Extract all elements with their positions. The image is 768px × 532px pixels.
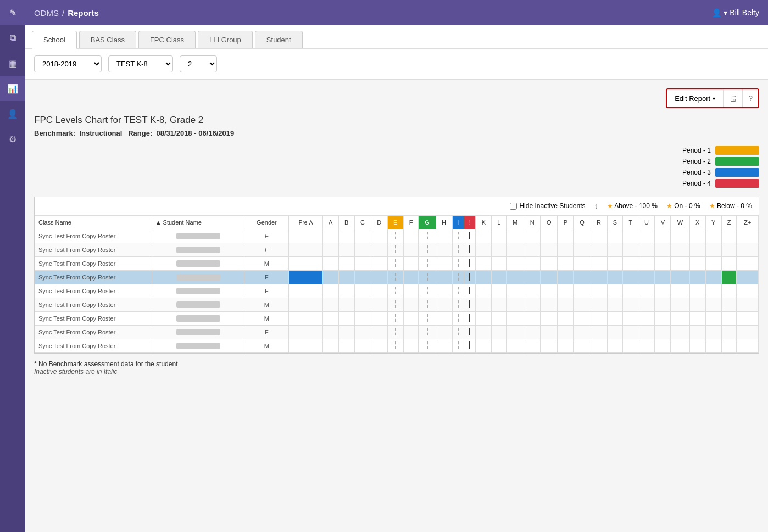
col-header-n: N [524,216,541,229]
v-cell [655,229,671,243]
sidebar-icon-gear[interactable]: ⚙ [0,126,25,152]
footer-note: * No Benchmark assessment data for the s… [34,360,759,376]
k-cell [476,229,492,243]
student-name-blurred [176,288,220,294]
gender-cell: F [244,243,289,257]
o-cell [541,229,558,243]
gender-cell: M [244,298,289,312]
student-name-cell [152,339,244,353]
n-cell [524,229,541,243]
col-header-i: I [452,216,464,229]
topbar: ODMS / Reports 👤 ▾ Bill Belty [25,0,768,25]
col-header-q: Q [574,216,591,229]
col-header-s: S [607,216,623,229]
tab-school[interactable]: School [32,31,77,49]
school-filter[interactable]: TEST K-8 [108,55,173,72]
hide-inactive-label[interactable]: Hide Inactive Students [510,202,585,210]
class-name-cell: Sync Test From Copy Roster [35,257,152,271]
col-header-l: L [492,216,507,229]
class-name-cell: Sync Test From Copy Roster [35,326,152,339]
tab-bas-class[interactable]: BAS Class [79,31,136,48]
year-filter[interactable]: 2018-2019 2019-2020 2020-2021 [34,55,102,72]
t-cell [623,229,638,243]
col-header-gender: Gender [244,216,289,229]
c-cell [354,229,371,243]
hide-inactive-checkbox[interactable] [510,203,517,210]
z-cell-highlighted [721,271,737,284]
benchmark-label: Benchmark: [34,129,75,137]
class-name-cell: Sync Test From Copy Roster [35,312,152,326]
gender-cell: M [244,312,289,326]
breadcrumb-odms: ODMS [34,8,59,18]
e-cell [387,229,403,243]
sidebar-icon-calendar[interactable]: ▦ [0,51,25,76]
col-header-x: X [689,216,705,229]
pre-a-cell [289,229,322,243]
tab-student[interactable]: Student [255,31,303,48]
q-cell [574,229,591,243]
report-area: Edit Report ▾ 🖨 ? FPC Levels Chart for T… [25,80,768,384]
table-row: Sync Test From Copy Roster F [35,243,759,257]
sort-icon[interactable]: ↕ [594,201,598,210]
grade-filter[interactable]: 2 [180,55,217,72]
breadcrumb-separator: / [62,8,64,18]
student-name-cell [152,271,244,284]
y-cell [705,229,721,243]
student-name-blurred [176,329,220,335]
sidebar-icon-chart[interactable]: 📊 [0,76,25,101]
col-header-zplus: Z+ [737,216,759,229]
table-row: Sync Test From Copy Roster F [35,229,759,243]
report-toolbar: Edit Report ▾ 🖨 ? [34,88,759,108]
table-row: Sync Test From Copy Roster M [35,339,759,353]
sidebar-icon-copy[interactable]: ⧉ [0,25,25,51]
print-button[interactable]: 🖨 [724,89,743,107]
class-name-cell: Sync Test From Copy Roster [35,243,152,257]
r-cell [591,229,607,243]
legend-period-2: Period - 2 [682,157,759,166]
help-button[interactable]: ? [743,89,758,107]
zplus-cell [737,229,759,243]
f-cell [403,229,419,243]
col-header-d: D [371,216,387,229]
legend-period-3-label: Period - 3 [682,169,711,176]
table-row: Sync Test From Copy Roster M [35,298,759,312]
student-name-cell [152,298,244,312]
username: Bill Belty [730,8,759,17]
x-cell [689,229,705,243]
edit-report-button[interactable]: Edit Report ▾ [667,90,724,107]
sidebar-icon-person[interactable]: 👤 [0,101,25,126]
student-name-cell [152,312,244,326]
user-icon: 👤 ▾ [712,8,727,17]
legend-period-4: Period - 4 [682,179,759,188]
table-row: Sync Test From Copy Roster M [35,312,759,326]
i-cell [452,229,464,243]
gender-cell: F [244,271,289,284]
hide-inactive-text: Hide Inactive Students [519,202,585,210]
student-name-cell [152,257,244,271]
inactive-note: Inactive students are in Italic [34,368,759,376]
sort-arrow-icon: ▲ [155,219,162,226]
pre-a-cell-highlighted [289,271,322,284]
legend-period-2-label: Period - 2 [682,158,711,165]
tab-fpc-class[interactable]: FPC Class [138,31,196,48]
legend-period-3-color [715,168,759,177]
legend-period-2-color [715,157,759,166]
gender-cell: F [244,284,289,298]
gender-cell: M [244,339,289,353]
table-container: Hide Inactive Students ↕ ★ Above - 100 %… [34,197,759,354]
below-badge: ★ Below - 0 % [709,202,752,210]
col-header-z: Z [721,216,737,229]
table-row-highlighted: Sync Test From Copy Roster F [35,271,759,284]
u-cell [638,229,655,243]
col-header-m: M [507,216,524,229]
p-cell [558,229,574,243]
student-name-blurred [176,233,220,239]
tab-lli-group[interactable]: LLI Group [198,31,253,48]
legend-period-1-color [715,146,759,155]
table-row: Sync Test From Copy Roster F [35,284,759,298]
student-name-cell [152,326,244,339]
user-menu[interactable]: 👤 ▾ Bill Belty [712,8,759,17]
legend-period-1-label: Period - 1 [682,147,711,154]
sidebar-icon-edit[interactable]: ✎ [0,0,25,25]
z-cell [721,229,737,243]
